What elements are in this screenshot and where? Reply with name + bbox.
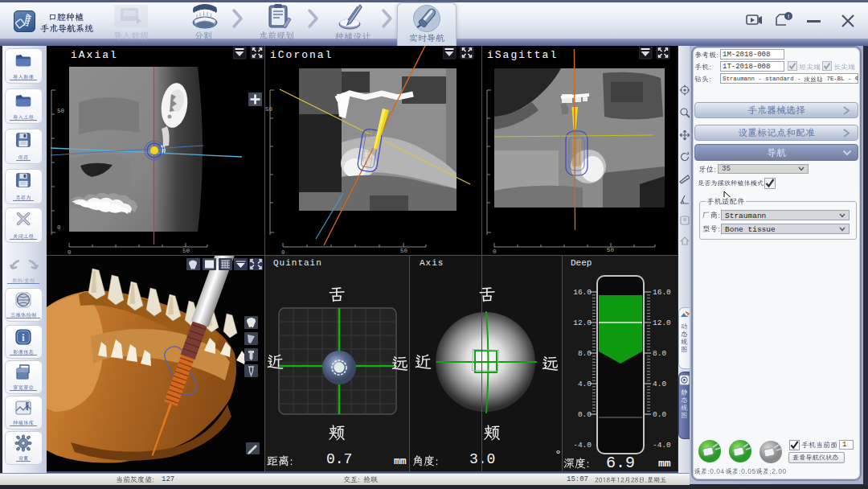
svg-text:0: 0 [68, 249, 72, 255]
svg-text:50: 50 [607, 247, 615, 253]
svg-text:50: 50 [57, 108, 65, 114]
svg-text:0: 0 [281, 249, 285, 255]
svg-text:-4.0: -4.0 [653, 441, 671, 450]
svg-text:8.0: 8.0 [578, 349, 592, 358]
svg-text:50: 50 [182, 248, 190, 254]
svg-text:12.0: 12.0 [573, 318, 592, 327]
svg-text:0: 0 [493, 249, 497, 255]
svg-text:16.0: 16.0 [573, 288, 592, 297]
svg-text:50: 50 [400, 248, 408, 254]
svg-text:50: 50 [265, 106, 273, 113]
svg-text:0.0: 0.0 [578, 410, 592, 419]
svg-text:0.0: 0.0 [653, 410, 666, 419]
svg-text:-4.0: -4.0 [573, 441, 592, 450]
svg-text:4.0: 4.0 [578, 380, 592, 388]
svg-text:!: ! [788, 13, 789, 20]
svg-text:12.0: 12.0 [653, 318, 671, 327]
svg-text:0: 0 [57, 224, 61, 231]
svg-text:16.0: 16.0 [653, 288, 671, 297]
svg-text:8.0: 8.0 [653, 349, 666, 358]
svg-text:4.0: 4.0 [653, 380, 666, 388]
